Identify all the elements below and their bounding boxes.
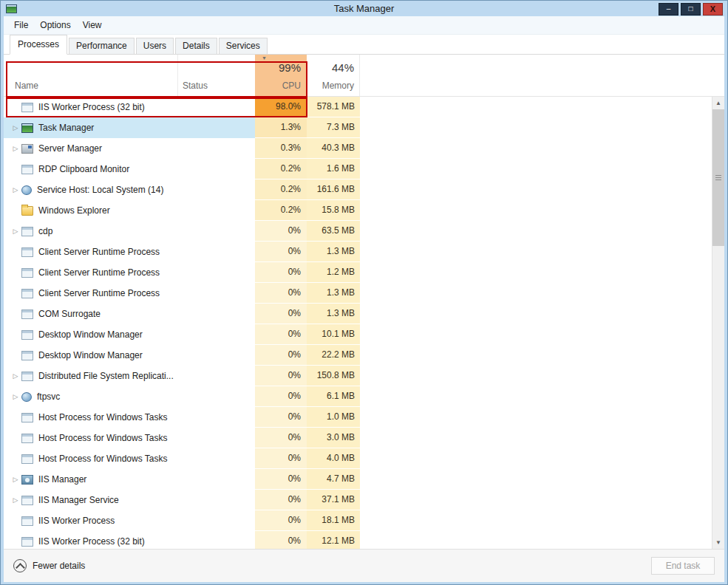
process-icon bbox=[21, 330, 33, 340]
menu-view[interactable]: View bbox=[77, 17, 108, 33]
process-row[interactable]: RDP Clipboard Monitor 0.2% 1.6 MB bbox=[4, 159, 712, 179]
process-icon bbox=[21, 309, 33, 319]
expand-arrow-icon[interactable]: ▷ bbox=[10, 476, 21, 483]
process-cpu-value: 0% bbox=[255, 304, 307, 324]
expand-arrow-icon[interactable]: ▷ bbox=[10, 496, 21, 504]
process-cpu-value: 0% bbox=[255, 345, 307, 366]
process-row[interactable]: ▷ Task Manager 1.3% 7.3 MB bbox=[4, 117, 712, 138]
process-name-cell: Host Process for Windows Tasks bbox=[4, 448, 177, 469]
memory-column-header[interactable]: 44% Memory bbox=[307, 55, 360, 96]
column-header-row: Name Status ▼ 99% CPU 44% Memory bbox=[4, 55, 724, 97]
sort-descending-icon: ▼ bbox=[262, 55, 267, 61]
memory-total-percent: 44% bbox=[332, 61, 354, 74]
process-row[interactable]: ▷ Server Manager 0.3% 40.3 MB bbox=[4, 138, 712, 159]
fewer-details-toggle[interactable]: Fewer details bbox=[13, 559, 85, 572]
process-name-cell: ▷ cdp bbox=[4, 221, 177, 242]
process-row[interactable]: COM Surrogate 0% 1.3 MB bbox=[4, 304, 712, 324]
menubar: File Options View bbox=[4, 16, 724, 35]
process-row[interactable]: ▷ cdp 0% 63.5 MB bbox=[4, 221, 712, 242]
scroll-up-button[interactable]: ▲ bbox=[712, 97, 724, 109]
end-task-button[interactable]: End task bbox=[651, 557, 715, 575]
process-memory-value: 7.3 MB bbox=[307, 117, 360, 138]
process-row[interactable]: ▷ ftpsvc 0% 6.1 MB bbox=[4, 386, 712, 407]
process-memory-value: 22.2 MB bbox=[307, 345, 360, 366]
process-name-cell: Client Server Runtime Process bbox=[4, 242, 177, 262]
process-name: Service Host: Local System (14) bbox=[37, 185, 163, 195]
process-status bbox=[177, 159, 255, 179]
process-name: IIS Manager bbox=[38, 474, 86, 485]
process-row[interactable]: Host Process for Windows Tasks 0% 3.0 MB bbox=[4, 428, 712, 448]
task-manager-window: Task Manager – □ X File Options View Pro… bbox=[0, 0, 728, 585]
process-icon bbox=[21, 103, 33, 112]
process-name-cell: ▷ Server Manager bbox=[4, 138, 177, 159]
status-column-header[interactable]: Status bbox=[177, 55, 255, 96]
tab-details[interactable]: Details bbox=[175, 38, 217, 54]
process-memory-value: 18.1 MB bbox=[307, 510, 360, 531]
process-row[interactable]: ▷ IIS Manager Service 0% 37.1 MB bbox=[4, 490, 712, 510]
tab-users[interactable]: Users bbox=[136, 38, 174, 54]
process-row[interactable]: Desktop Window Manager 0% 22.2 MB bbox=[4, 345, 712, 366]
process-row[interactable]: Client Server Runtime Process 0% 1.3 MB bbox=[4, 242, 712, 262]
process-row[interactable]: Client Server Runtime Process 0% 1.3 MB bbox=[4, 283, 712, 304]
process-memory-value: 37.1 MB bbox=[307, 490, 360, 510]
process-row[interactable]: Host Process for Windows Tasks 0% 4.0 MB bbox=[4, 448, 712, 469]
menu-file[interactable]: File bbox=[8, 17, 34, 33]
process-name-cell: ▷ Task Manager bbox=[4, 117, 177, 138]
process-row[interactable]: Windows Explorer 0.2% 15.8 MB bbox=[4, 200, 712, 221]
process-icon bbox=[21, 413, 33, 422]
process-status bbox=[177, 117, 255, 138]
titlebar: Task Manager – □ X bbox=[4, 1, 724, 16]
expand-arrow-icon[interactable]: ▷ bbox=[10, 228, 21, 235]
process-name-cell: ▷ IIS Manager bbox=[4, 469, 177, 490]
process-status bbox=[177, 428, 255, 448]
process-cpu-value: 0% bbox=[255, 428, 307, 448]
expand-arrow-icon[interactable]: ▷ bbox=[10, 393, 21, 400]
scroll-down-button[interactable]: ▼ bbox=[712, 536, 724, 549]
process-memory-value: 6.1 MB bbox=[307, 386, 360, 407]
name-column-header[interactable]: Name bbox=[4, 55, 177, 96]
scrollbar-thumb[interactable] bbox=[712, 109, 724, 246]
cpu-column-header[interactable]: ▼ 99% CPU bbox=[255, 55, 307, 96]
process-name: Host Process for Windows Tasks bbox=[38, 412, 168, 422]
expand-arrow-icon[interactable]: ▷ bbox=[10, 124, 21, 131]
process-memory-value: 63.5 MB bbox=[307, 221, 360, 242]
expand-arrow-icon[interactable]: ▷ bbox=[10, 372, 21, 380]
process-cpu-value: 0% bbox=[255, 510, 307, 531]
tab-performance[interactable]: Performance bbox=[69, 38, 135, 54]
process-icon bbox=[21, 289, 33, 298]
process-icon bbox=[21, 351, 33, 360]
process-memory-value: 1.6 MB bbox=[307, 159, 360, 179]
process-row[interactable]: IIS Worker Process 0% 18.1 MB bbox=[4, 510, 712, 531]
name-column-label: Name bbox=[15, 81, 38, 91]
process-cpu-value: 0% bbox=[255, 242, 307, 262]
process-name-cell: Desktop Window Manager bbox=[4, 345, 177, 366]
process-row[interactable]: Desktop Window Manager 0% 10.1 MB bbox=[4, 324, 712, 345]
process-row[interactable]: IIS Worker Process (32 bit) 98.0% 578.1 … bbox=[4, 97, 712, 117]
process-name: RDP Clipboard Monitor bbox=[38, 164, 129, 174]
process-row[interactable]: Host Process for Windows Tasks 0% 1.0 MB bbox=[4, 407, 712, 428]
process-row[interactable]: ▷ Service Host: Local System (14) 0.2% 1… bbox=[4, 179, 712, 200]
tab-processes[interactable]: Processes bbox=[10, 35, 67, 55]
process-row[interactable]: ▷ Distributed File System Replicati... 0… bbox=[4, 366, 712, 386]
process-icon bbox=[21, 227, 33, 236]
menu-options[interactable]: Options bbox=[34, 17, 76, 33]
close-button[interactable]: X bbox=[703, 3, 723, 16]
expand-arrow-icon[interactable]: ▷ bbox=[10, 186, 21, 194]
minimize-button[interactable]: – bbox=[659, 3, 678, 16]
process-memory-value: 10.1 MB bbox=[307, 324, 360, 345]
footer-bar: Fewer details End task bbox=[4, 549, 724, 582]
process-row[interactable]: IIS Worker Process (32 bit) 0% 12.1 MB bbox=[4, 531, 712, 549]
process-name: Client Server Runtime Process bbox=[38, 288, 160, 298]
maximize-button[interactable]: □ bbox=[681, 3, 701, 16]
process-name-cell: Desktop Window Manager bbox=[4, 324, 177, 345]
process-cpu-value: 0% bbox=[255, 221, 307, 242]
process-status bbox=[177, 283, 255, 304]
process-memory-value: 1.3 MB bbox=[307, 283, 360, 304]
expand-arrow-icon[interactable]: ▷ bbox=[10, 145, 21, 152]
process-memory-value: 15.8 MB bbox=[307, 200, 360, 221]
process-status bbox=[177, 179, 255, 200]
process-status bbox=[177, 366, 255, 386]
process-row[interactable]: Client Server Runtime Process 0% 1.2 MB bbox=[4, 262, 712, 283]
process-row[interactable]: ▷ IIS Manager 0% 4.7 MB bbox=[4, 469, 712, 490]
tab-services[interactable]: Services bbox=[219, 38, 268, 54]
